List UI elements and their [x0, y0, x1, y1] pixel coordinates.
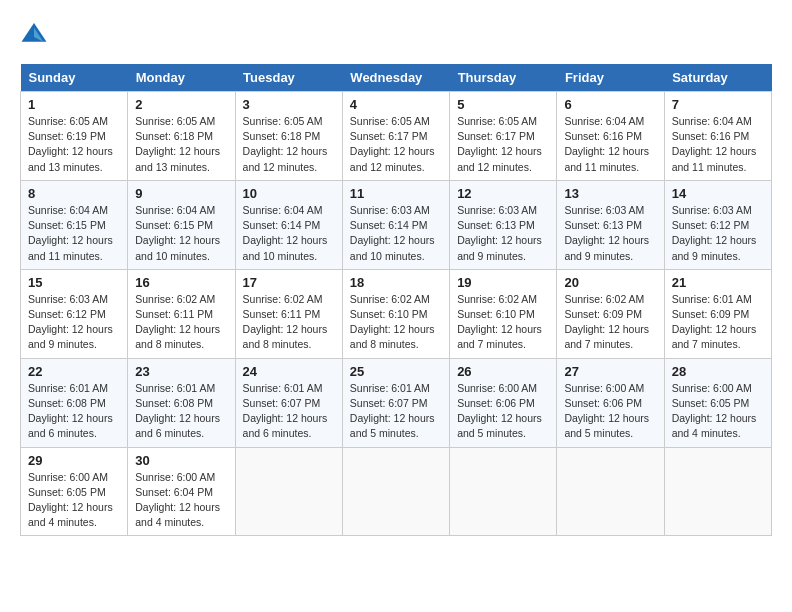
column-header-wednesday: Wednesday [342, 64, 449, 92]
day-number: 12 [457, 186, 549, 201]
day-info: Sunrise: 6:05 AM Sunset: 6:18 PM Dayligh… [135, 114, 227, 175]
day-cell: 29Sunrise: 6:00 AM Sunset: 6:05 PM Dayli… [21, 447, 128, 536]
day-cell: 19Sunrise: 6:02 AM Sunset: 6:10 PM Dayli… [450, 269, 557, 358]
day-number: 19 [457, 275, 549, 290]
day-info: Sunrise: 6:05 AM Sunset: 6:17 PM Dayligh… [350, 114, 442, 175]
calendar-header-row: SundayMondayTuesdayWednesdayThursdayFrid… [21, 64, 772, 92]
day-cell: 15Sunrise: 6:03 AM Sunset: 6:12 PM Dayli… [21, 269, 128, 358]
day-cell: 13Sunrise: 6:03 AM Sunset: 6:13 PM Dayli… [557, 180, 664, 269]
day-cell [235, 447, 342, 536]
day-number: 2 [135, 97, 227, 112]
week-row-2: 8Sunrise: 6:04 AM Sunset: 6:15 PM Daylig… [21, 180, 772, 269]
day-info: Sunrise: 6:05 AM Sunset: 6:18 PM Dayligh… [243, 114, 335, 175]
day-number: 1 [28, 97, 120, 112]
day-number: 27 [564, 364, 656, 379]
day-info: Sunrise: 6:02 AM Sunset: 6:10 PM Dayligh… [457, 292, 549, 353]
day-number: 6 [564, 97, 656, 112]
day-number: 18 [350, 275, 442, 290]
day-info: Sunrise: 6:00 AM Sunset: 6:05 PM Dayligh… [28, 470, 120, 531]
day-info: Sunrise: 6:02 AM Sunset: 6:10 PM Dayligh… [350, 292, 442, 353]
day-info: Sunrise: 6:02 AM Sunset: 6:11 PM Dayligh… [135, 292, 227, 353]
day-number: 11 [350, 186, 442, 201]
day-number: 7 [672, 97, 764, 112]
week-row-5: 29Sunrise: 6:00 AM Sunset: 6:05 PM Dayli… [21, 447, 772, 536]
column-header-monday: Monday [128, 64, 235, 92]
day-cell: 11Sunrise: 6:03 AM Sunset: 6:14 PM Dayli… [342, 180, 449, 269]
day-number: 25 [350, 364, 442, 379]
day-number: 4 [350, 97, 442, 112]
day-number: 15 [28, 275, 120, 290]
day-info: Sunrise: 6:03 AM Sunset: 6:14 PM Dayligh… [350, 203, 442, 264]
day-info: Sunrise: 6:04 AM Sunset: 6:16 PM Dayligh… [672, 114, 764, 175]
logo-icon [20, 20, 48, 48]
day-info: Sunrise: 6:01 AM Sunset: 6:09 PM Dayligh… [672, 292, 764, 353]
day-info: Sunrise: 6:01 AM Sunset: 6:08 PM Dayligh… [135, 381, 227, 442]
day-info: Sunrise: 6:04 AM Sunset: 6:14 PM Dayligh… [243, 203, 335, 264]
day-number: 30 [135, 453, 227, 468]
week-row-3: 15Sunrise: 6:03 AM Sunset: 6:12 PM Dayli… [21, 269, 772, 358]
day-cell: 2Sunrise: 6:05 AM Sunset: 6:18 PM Daylig… [128, 92, 235, 181]
day-info: Sunrise: 6:04 AM Sunset: 6:15 PM Dayligh… [135, 203, 227, 264]
day-info: Sunrise: 6:04 AM Sunset: 6:15 PM Dayligh… [28, 203, 120, 264]
day-cell: 7Sunrise: 6:04 AM Sunset: 6:16 PM Daylig… [664, 92, 771, 181]
day-number: 21 [672, 275, 764, 290]
calendar-table: SundayMondayTuesdayWednesdayThursdayFrid… [20, 64, 772, 536]
day-cell: 1Sunrise: 6:05 AM Sunset: 6:19 PM Daylig… [21, 92, 128, 181]
day-cell [557, 447, 664, 536]
day-number: 20 [564, 275, 656, 290]
column-header-friday: Friday [557, 64, 664, 92]
week-row-1: 1Sunrise: 6:05 AM Sunset: 6:19 PM Daylig… [21, 92, 772, 181]
day-cell: 30Sunrise: 6:00 AM Sunset: 6:04 PM Dayli… [128, 447, 235, 536]
day-number: 13 [564, 186, 656, 201]
day-cell: 4Sunrise: 6:05 AM Sunset: 6:17 PM Daylig… [342, 92, 449, 181]
day-number: 28 [672, 364, 764, 379]
day-info: Sunrise: 6:01 AM Sunset: 6:07 PM Dayligh… [243, 381, 335, 442]
day-cell: 20Sunrise: 6:02 AM Sunset: 6:09 PM Dayli… [557, 269, 664, 358]
day-cell: 25Sunrise: 6:01 AM Sunset: 6:07 PM Dayli… [342, 358, 449, 447]
column-header-tuesday: Tuesday [235, 64, 342, 92]
day-info: Sunrise: 6:01 AM Sunset: 6:08 PM Dayligh… [28, 381, 120, 442]
day-info: Sunrise: 6:03 AM Sunset: 6:12 PM Dayligh… [28, 292, 120, 353]
page-header [20, 20, 772, 48]
day-cell: 17Sunrise: 6:02 AM Sunset: 6:11 PM Dayli… [235, 269, 342, 358]
day-number: 3 [243, 97, 335, 112]
day-info: Sunrise: 6:02 AM Sunset: 6:09 PM Dayligh… [564, 292, 656, 353]
day-number: 23 [135, 364, 227, 379]
day-cell: 14Sunrise: 6:03 AM Sunset: 6:12 PM Dayli… [664, 180, 771, 269]
day-cell: 3Sunrise: 6:05 AM Sunset: 6:18 PM Daylig… [235, 92, 342, 181]
logo [20, 20, 52, 48]
day-number: 16 [135, 275, 227, 290]
day-info: Sunrise: 6:03 AM Sunset: 6:13 PM Dayligh… [564, 203, 656, 264]
day-info: Sunrise: 6:00 AM Sunset: 6:05 PM Dayligh… [672, 381, 764, 442]
day-cell: 28Sunrise: 6:00 AM Sunset: 6:05 PM Dayli… [664, 358, 771, 447]
day-cell: 16Sunrise: 6:02 AM Sunset: 6:11 PM Dayli… [128, 269, 235, 358]
week-row-4: 22Sunrise: 6:01 AM Sunset: 6:08 PM Dayli… [21, 358, 772, 447]
day-cell: 21Sunrise: 6:01 AM Sunset: 6:09 PM Dayli… [664, 269, 771, 358]
day-info: Sunrise: 6:03 AM Sunset: 6:12 PM Dayligh… [672, 203, 764, 264]
day-info: Sunrise: 6:01 AM Sunset: 6:07 PM Dayligh… [350, 381, 442, 442]
day-number: 10 [243, 186, 335, 201]
day-cell: 5Sunrise: 6:05 AM Sunset: 6:17 PM Daylig… [450, 92, 557, 181]
day-cell: 12Sunrise: 6:03 AM Sunset: 6:13 PM Dayli… [450, 180, 557, 269]
day-info: Sunrise: 6:00 AM Sunset: 6:04 PM Dayligh… [135, 470, 227, 531]
day-cell: 6Sunrise: 6:04 AM Sunset: 6:16 PM Daylig… [557, 92, 664, 181]
day-cell [342, 447, 449, 536]
day-info: Sunrise: 6:02 AM Sunset: 6:11 PM Dayligh… [243, 292, 335, 353]
day-cell: 23Sunrise: 6:01 AM Sunset: 6:08 PM Dayli… [128, 358, 235, 447]
day-number: 5 [457, 97, 549, 112]
day-info: Sunrise: 6:00 AM Sunset: 6:06 PM Dayligh… [457, 381, 549, 442]
day-number: 17 [243, 275, 335, 290]
day-cell: 22Sunrise: 6:01 AM Sunset: 6:08 PM Dayli… [21, 358, 128, 447]
day-number: 29 [28, 453, 120, 468]
day-info: Sunrise: 6:04 AM Sunset: 6:16 PM Dayligh… [564, 114, 656, 175]
day-info: Sunrise: 6:05 AM Sunset: 6:19 PM Dayligh… [28, 114, 120, 175]
column-header-sunday: Sunday [21, 64, 128, 92]
day-number: 22 [28, 364, 120, 379]
day-info: Sunrise: 6:03 AM Sunset: 6:13 PM Dayligh… [457, 203, 549, 264]
day-info: Sunrise: 6:00 AM Sunset: 6:06 PM Dayligh… [564, 381, 656, 442]
day-number: 9 [135, 186, 227, 201]
day-number: 24 [243, 364, 335, 379]
day-cell: 9Sunrise: 6:04 AM Sunset: 6:15 PM Daylig… [128, 180, 235, 269]
day-info: Sunrise: 6:05 AM Sunset: 6:17 PM Dayligh… [457, 114, 549, 175]
day-cell [450, 447, 557, 536]
